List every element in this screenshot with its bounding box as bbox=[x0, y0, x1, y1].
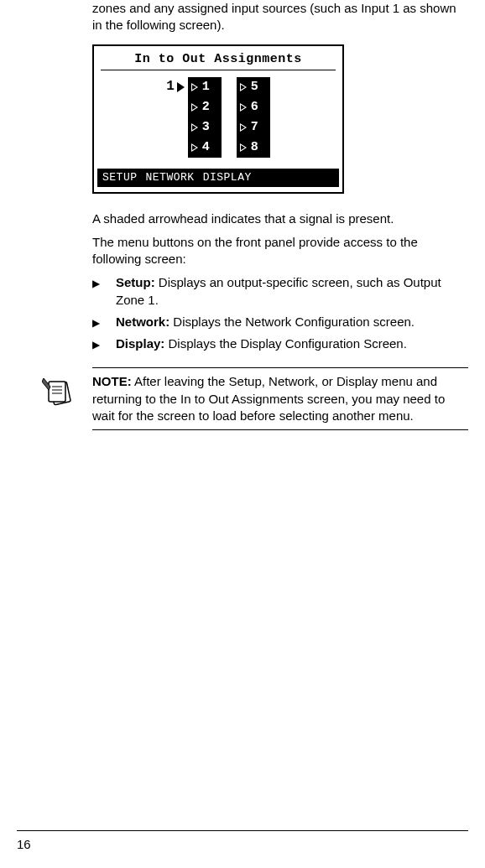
bullet-list: ▶ Setup: Displays an output-specific scr… bbox=[92, 274, 468, 352]
triangle-bullet-icon: ▶ bbox=[92, 335, 116, 351]
cell-num: 6 bbox=[251, 99, 258, 116]
cell-num: 3 bbox=[202, 119, 210, 136]
assign-col-left: 1 2 3 4 bbox=[188, 77, 222, 158]
list-item: ▶ Setup: Displays an output-specific scr… bbox=[92, 274, 468, 309]
play-solid-icon bbox=[177, 82, 185, 92]
arrow-icon bbox=[240, 143, 247, 152]
bullet-label: Network: bbox=[116, 314, 169, 329]
bullet-desc: Displays the Display Configuration Scree… bbox=[164, 336, 406, 351]
cell-num: 4 bbox=[202, 139, 210, 156]
footer-network: NETWORK bbox=[146, 170, 195, 185]
shaded-paragraph: A shaded arrowhead indicates that a sign… bbox=[92, 211, 468, 227]
cell-num: 1 bbox=[202, 79, 210, 96]
menu-intro-paragraph: The menu buttons on the front panel prov… bbox=[92, 234, 468, 268]
arrow-icon bbox=[191, 143, 198, 152]
bullet-label: Display: bbox=[116, 336, 164, 351]
arrow-icon bbox=[240, 103, 247, 112]
triangle-bullet-icon: ▶ bbox=[92, 314, 116, 330]
arrow-icon bbox=[191, 103, 198, 112]
list-item: ▶ Network: Displays the Network Configur… bbox=[92, 314, 468, 330]
cell-num: 5 bbox=[251, 79, 258, 96]
bullet-desc: Displays the Network Configuration scree… bbox=[169, 314, 415, 329]
screen-footer-bar: SETUP NETWORK DISPLAY bbox=[97, 169, 339, 187]
footer-display: DISPLAY bbox=[203, 170, 252, 185]
assign-col-right: 5 6 7 8 bbox=[237, 77, 270, 158]
bullet-desc: Displays an output-specific screen, such… bbox=[116, 275, 441, 306]
arrow-icon bbox=[240, 83, 247, 91]
screen-diagram: In to Out Assignments 1 1 2 3 4 5 bbox=[92, 44, 344, 194]
svg-rect-1 bbox=[49, 382, 65, 402]
arrow-icon bbox=[191, 83, 198, 91]
note-icon bbox=[42, 373, 84, 408]
arrow-icon bbox=[240, 123, 247, 132]
cell-num: 7 bbox=[251, 119, 258, 136]
input-prefix: 1 bbox=[166, 78, 175, 96]
note-block: NOTE: After leaving the Setup, Network, … bbox=[42, 367, 468, 430]
arrow-icon bbox=[191, 123, 198, 132]
footer-setup: SETUP bbox=[102, 170, 138, 185]
triangle-bullet-icon: ▶ bbox=[92, 274, 116, 290]
bullet-label: Setup: bbox=[116, 275, 155, 289]
note-label: NOTE: bbox=[92, 374, 132, 388]
cell-num: 2 bbox=[202, 99, 210, 116]
page-number: 16 bbox=[17, 837, 31, 851]
page-footer: 16 bbox=[17, 830, 468, 853]
note-rule-bottom bbox=[92, 429, 468, 430]
note-text: After leaving the Setup, Network, or Dis… bbox=[92, 374, 445, 423]
list-item: ▶ Display: Displays the Display Configur… bbox=[92, 335, 468, 352]
screen-title: In to Out Assignments bbox=[94, 46, 342, 70]
cell-num: 8 bbox=[251, 139, 258, 156]
intro-paragraph: zones and any assigned input sources (su… bbox=[92, 0, 468, 34]
